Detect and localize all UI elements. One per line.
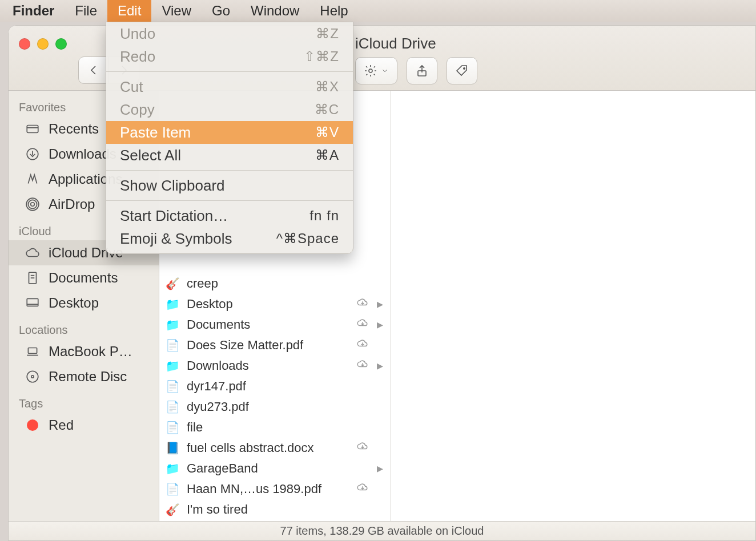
file-row[interactable]: 📘fuel cells abstract.docx xyxy=(159,438,391,458)
file-icon: 📄 xyxy=(165,399,180,414)
menubar-item-view[interactable]: View xyxy=(151,0,202,22)
menu-item-shortcut: ⌘C xyxy=(315,102,339,118)
svg-point-6 xyxy=(31,203,35,207)
cloud-download-icon[interactable] xyxy=(355,337,370,353)
file-row[interactable]: 📄Does Size Matter.pdf xyxy=(159,335,391,356)
cloud-download-icon[interactable] xyxy=(355,296,370,312)
menu-item-label: Select All xyxy=(120,147,181,164)
file-row[interactable]: 📄dyr147.pdf xyxy=(159,376,391,397)
tag-icon xyxy=(25,417,41,433)
menu-item-shortcut: ⌘X xyxy=(315,79,339,95)
file-row[interactable]: 🎸creep xyxy=(159,273,391,294)
sidebar-item-documents[interactable]: Documents xyxy=(9,265,159,290)
svg-point-16 xyxy=(27,371,38,382)
file-row[interactable]: 📁Desktop▸ xyxy=(159,294,391,314)
menu-separator xyxy=(106,71,353,72)
menubar-item-window[interactable]: Window xyxy=(240,0,309,22)
disclosure-chevron-icon: ▸ xyxy=(377,297,385,312)
status-storage: 138.29 GB available on iCloud xyxy=(329,524,484,538)
file-name: I'm so tired xyxy=(187,502,348,517)
disclosure-chevron-icon: ▸ xyxy=(377,358,385,373)
toolbar-button-row xyxy=(355,57,477,84)
menu-item-show-clipboard[interactable]: Show Clipboard xyxy=(106,174,353,197)
svg-rect-3 xyxy=(27,126,38,133)
recents-icon xyxy=(25,121,41,137)
file-icon: 📄 xyxy=(165,482,180,496)
menu-item-paste-item[interactable]: Paste Item⌘V xyxy=(106,121,353,144)
menubar-item-go[interactable]: Go xyxy=(202,0,240,22)
share-button[interactable] xyxy=(407,57,437,84)
tags-button[interactable] xyxy=(447,57,477,84)
menu-item-undo: Undo⌘Z xyxy=(106,22,353,45)
svg-point-2 xyxy=(464,68,465,69)
sidebar-item-label: Remote Disc xyxy=(49,369,127,385)
minimize-button[interactable] xyxy=(37,38,49,50)
icloud-icon xyxy=(25,245,41,261)
menu-item-redo: Redo⇧⌘Z xyxy=(106,45,353,68)
menu-item-emoji-symbols[interactable]: Emoji & Symbols^⌘Space xyxy=(106,227,353,250)
cloud-download-icon[interactable] xyxy=(355,317,370,333)
file-row[interactable]: 📁Downloads▸ xyxy=(159,356,391,376)
gear-icon xyxy=(364,64,377,78)
file-row[interactable]: 📁Documents▸ xyxy=(159,314,391,335)
sidebar-item-desktop[interactable]: Desktop xyxy=(9,290,159,316)
sidebar-item-remote-disc[interactable]: Remote Disc xyxy=(9,364,159,389)
cloud-download-icon[interactable] xyxy=(355,440,370,456)
file-row[interactable]: 📄dyu273.pdf xyxy=(159,397,391,417)
svg-point-17 xyxy=(31,376,34,378)
file-name: GarageBand xyxy=(187,461,348,476)
menu-separator xyxy=(106,200,353,201)
sidebar-item-label: Desktop xyxy=(49,295,99,311)
file-icon: 📄 xyxy=(165,338,180,353)
menu-item-select-all[interactable]: Select All⌘A xyxy=(106,144,353,167)
svg-rect-14 xyxy=(28,348,37,354)
sidebar-item-label: MacBook P… xyxy=(49,344,132,360)
folder-icon: 📁 xyxy=(165,297,180,312)
file-row[interactable]: 🎸I'm so tired xyxy=(159,499,391,520)
file-name: fuel cells abstract.docx xyxy=(187,441,348,455)
menubar-item-file[interactable]: File xyxy=(65,0,107,22)
sidebar-section-locations: Locations xyxy=(9,316,159,339)
menubar-app-name[interactable]: Finder xyxy=(2,0,65,22)
file-name: Desktop xyxy=(187,297,348,312)
action-menu-button[interactable] xyxy=(355,57,397,84)
menubar-item-edit[interactable]: Edit xyxy=(107,0,151,22)
folder-icon: 📁 xyxy=(165,461,180,476)
sidebar-item-macbook-p-[interactable]: MacBook P… xyxy=(9,339,159,364)
system-menubar: Finder FileEditViewGoWindowHelp xyxy=(0,0,756,22)
menu-item-shortcut: ⇧⌘Z xyxy=(304,49,339,64)
maximize-button[interactable] xyxy=(55,38,67,50)
menu-item-shortcut: ⌘V xyxy=(315,124,339,140)
menu-item-label: Start Dictation… xyxy=(120,207,228,225)
menubar-item-help[interactable]: Help xyxy=(309,0,358,22)
preview-column xyxy=(391,91,755,521)
menu-item-label: Cut xyxy=(120,78,143,96)
file-row[interactable]: 📄file xyxy=(159,417,391,438)
menu-item-shortcut: ^⌘Space xyxy=(276,231,339,247)
documents-icon xyxy=(25,270,41,286)
tag-icon xyxy=(455,64,469,78)
downloads-icon xyxy=(25,146,41,162)
cloud-download-icon[interactable] xyxy=(355,481,370,497)
disclosure-chevron-icon: ▸ xyxy=(377,461,385,476)
menu-item-shortcut: fn fn xyxy=(309,208,339,224)
menu-item-shortcut: ⌘Z xyxy=(316,26,339,42)
file-row[interactable]: 📁GarageBand▸ xyxy=(159,458,391,479)
applications-icon xyxy=(25,171,41,187)
desktop-icon xyxy=(25,295,41,311)
back-button[interactable] xyxy=(78,56,109,84)
file-name: Downloads xyxy=(187,358,348,373)
sidebar-item-label: Red xyxy=(49,417,74,433)
status-item-count: 77 items xyxy=(280,524,324,538)
file-name: dyr147.pdf xyxy=(187,379,348,394)
window-title: iCloud Drive xyxy=(355,35,436,53)
close-button[interactable] xyxy=(19,38,30,50)
cloud-download-icon[interactable] xyxy=(355,358,370,374)
menu-separator xyxy=(106,170,353,171)
menu-item-start-dictation-[interactable]: Start Dictation…fn fn xyxy=(106,204,353,227)
sidebar-item-red[interactable]: Red xyxy=(9,413,159,438)
file-icon: 📄 xyxy=(165,420,180,435)
chevron-down-icon xyxy=(381,64,389,78)
file-row[interactable]: 📄Haan MN,…us 1989.pdf xyxy=(159,479,391,499)
file-icon: 🎸 xyxy=(165,276,180,291)
